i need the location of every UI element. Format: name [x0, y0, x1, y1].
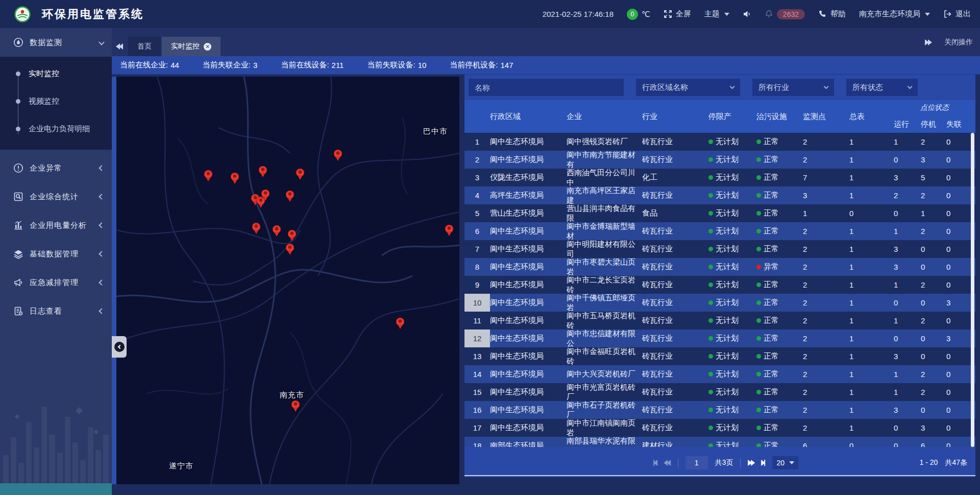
cell-region: 阆中生态环境局	[490, 312, 567, 329]
notifications[interactable]: 2632	[765, 9, 805, 19]
sidebar-subitem[interactable]: 实时监控	[0, 60, 112, 87]
phone-icon	[818, 10, 827, 18]
last-page-button[interactable]	[761, 460, 765, 466]
map-marker-icon[interactable]	[445, 225, 454, 237]
next-page-button[interactable]	[748, 460, 754, 466]
sidebar-item-4[interactable]: 基础数据管理	[0, 240, 112, 268]
table-row[interactable]: 13阆中生态环境局阆中市金福旺页岩机砖砖瓦行业无计划正常21300	[464, 347, 975, 365]
sidebar-subitem[interactable]: 企业电力负荷明细	[0, 115, 112, 143]
table-row[interactable]: 10阆中生态环境局阆中千佛镇五郎垭页岩砖瓦行业无计划正常21003	[464, 294, 975, 312]
cell-industry: 砖瓦行业	[642, 419, 708, 437]
scrollbar-thumb[interactable]	[971, 133, 974, 447]
cell-text: 1	[849, 406, 853, 414]
region-select[interactable]: 行政区域名称	[636, 79, 740, 96]
prev-page-button[interactable]	[665, 460, 671, 466]
cell-company: 南充市高坪区王家店建	[567, 186, 642, 204]
exit-button[interactable]: 退出	[943, 9, 971, 19]
table-row[interactable]: 8阆中生态环境局阆中市枣碧大梁山页岩砖瓦行业无计划异常21300	[464, 258, 975, 276]
sidebar-item-1[interactable]: 企业异常	[0, 154, 112, 182]
table-row[interactable]: 2阆中生态环境局阆中市南方节能建材有砖瓦行业无计划正常21030	[464, 151, 975, 169]
map-marker-icon[interactable]	[285, 191, 295, 203]
cell-run: 0	[894, 437, 921, 447]
map-marker-icon[interactable]	[252, 223, 261, 235]
status-dot-green	[708, 426, 713, 430]
table-row[interactable]: 12阆中生态环境局阆中市忠信建材有限公砖瓦行业无计划正常21003	[464, 329, 975, 347]
cell-text: 正常	[764, 316, 779, 325]
name-search-input[interactable]	[469, 79, 624, 96]
cell-text: 1	[894, 227, 898, 235]
sidebar-item-0[interactable]: 数据监测	[0, 28, 112, 57]
cell-text: 阆中市二龙长宝页岩砖	[567, 275, 642, 295]
map-marker-icon[interactable]	[204, 170, 213, 182]
page-size-select[interactable]: 20	[772, 456, 798, 469]
sidebar-item-label: 日志查看	[30, 307, 62, 316]
map-marker-icon[interactable]	[333, 150, 342, 162]
map-marker-icon[interactable]	[396, 318, 405, 330]
status-dot-green	[708, 372, 713, 376]
cell-text: 0	[946, 227, 950, 235]
cell-facility: 正常	[756, 186, 803, 204]
table-row[interactable]: 9阆中生态环境局阆中市二龙长宝页岩砖砖瓦行业无计划正常21120	[464, 276, 975, 294]
fullscreen-button[interactable]: 全屏	[664, 9, 691, 19]
table-row[interactable]: 1阆中生态环境局阆中强锐页岩砖厂砖瓦行业无计划正常21120	[464, 133, 975, 151]
cell-text: 无计划	[716, 173, 739, 182]
table-row[interactable]: 5营山生态环境局营山县润丰肉食品有限食品无计划正常10010	[464, 204, 975, 222]
cell-region: 阆中生态环境局	[490, 401, 567, 419]
layers-icon	[13, 249, 23, 259]
map-marker-icon[interactable]	[230, 173, 239, 185]
cell-text: 17	[473, 423, 482, 432]
cell-text: 3	[475, 173, 479, 182]
cell-text: 14	[473, 370, 482, 379]
map-marker-icon[interactable]	[291, 400, 300, 413]
tab-实时监控[interactable]: 实时监控✕	[162, 37, 220, 56]
chevron-down-icon	[925, 13, 930, 16]
cell-text: 3	[921, 155, 925, 164]
tab-首页[interactable]: 首页	[128, 37, 161, 56]
table-row[interactable]: 15阆中生态环境局阆中市光富页岩机砖厂砖瓦行业无计划正常21120	[464, 383, 975, 401]
cell-total: 1	[849, 419, 894, 437]
cell-text: 1	[849, 334, 853, 343]
filter-row: 行政区域名称 所有行业 所有状态	[464, 75, 975, 100]
close-operations-button[interactable]: 关闭操作	[944, 38, 973, 47]
sidebar-item-5[interactable]: 应急减排管理	[0, 268, 112, 297]
table-row[interactable]: 7阆中生态环境局阆中明阳建材有限公司砖瓦行业无计划正常21300	[464, 240, 975, 258]
status-select[interactable]: 所有状态	[846, 79, 918, 96]
table-row[interactable]: 4高坪生态环境局南充市高坪区王家店建砖瓦行业无计划正常31220	[464, 186, 975, 204]
map-marker-icon[interactable]	[287, 230, 297, 242]
sound-button[interactable]	[743, 10, 751, 18]
table-row[interactable]: 3仪陇生态环境局西南油气田分公司川中化工无计划正常71350	[464, 169, 975, 186]
map-marker-icon[interactable]	[285, 244, 295, 256]
tabs-scroll-right-button[interactable]	[920, 33, 936, 52]
table-row[interactable]: 17阆中生态环境局阆中市江南镇阆南页岩砖瓦行业无计划正常21030	[464, 419, 975, 437]
cell-text: 11	[473, 316, 481, 325]
tabs-scroll-left-button[interactable]	[112, 37, 128, 56]
map-collapse-handle[interactable]	[112, 336, 127, 358]
map-marker-icon[interactable]	[261, 190, 270, 202]
cell-text: 0	[921, 298, 925, 307]
help-button[interactable]: 帮助	[818, 9, 846, 19]
map-marker-icon[interactable]	[258, 166, 267, 178]
status-dot-green	[708, 408, 713, 412]
table-row[interactable]: 6阆中生态环境局阆中市金博瑞新型墙材砖瓦行业无计划正常21120	[464, 222, 975, 240]
cell-text: 高坪生态环境局	[490, 191, 544, 200]
table-row[interactable]: 11阆中生态环境局阆中市五马桥页岩机砖砖瓦行业无计划正常21120	[464, 312, 975, 329]
table-row[interactable]: 16阆中生态环境局阆中市石子页岩机砖厂砖瓦行业无计划正常21300	[464, 401, 975, 419]
close-icon[interactable]: ✕	[204, 43, 211, 51]
sidebar-subitem[interactable]: 视频监控	[0, 87, 112, 115]
first-page-button[interactable]	[653, 460, 657, 466]
table-row[interactable]: 18南部生态环境局南部县瑞华水泥有限公建材行业无计划正常60060	[464, 437, 975, 447]
map[interactable]: 巴中市南充市遂宁市	[116, 77, 459, 484]
table-row[interactable]: 14阆中生态环境局阆中大兴页岩机砖厂砖瓦行业无计划正常21120	[464, 365, 975, 383]
industry-select[interactable]: 所有行业	[752, 79, 834, 96]
sidebar-item-2[interactable]: 企业综合统计	[0, 182, 112, 211]
cell-region: 仪陇生态环境局	[490, 169, 567, 186]
map-marker-icon[interactable]	[296, 169, 305, 181]
org-dropdown[interactable]: 南充市生态环境局	[859, 9, 930, 19]
map-marker-icon[interactable]	[272, 225, 281, 238]
status-dot-green	[756, 336, 761, 341]
sidebar-item-3[interactable]: 企业用电量分析	[0, 211, 112, 240]
page-number-input[interactable]	[685, 456, 708, 469]
sidebar-item-6[interactable]: 日志查看	[0, 297, 112, 325]
cell-text: 阆中市金博瑞新型墙材	[567, 222, 642, 241]
theme-dropdown[interactable]: 主题	[704, 9, 729, 19]
